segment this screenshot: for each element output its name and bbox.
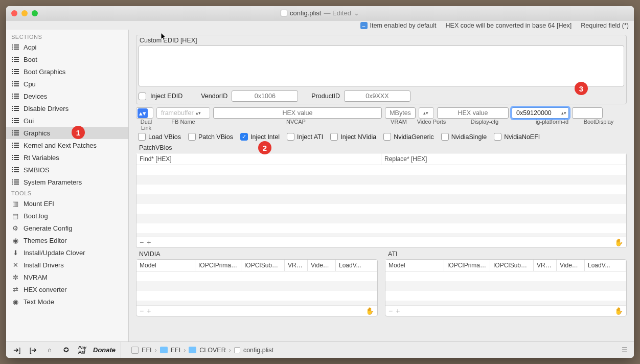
th-replace[interactable]: Replace* [HEX] xyxy=(381,153,626,165)
sidebar-item-disable-drivers[interactable]: Disable Drivers xyxy=(6,102,128,115)
remove-row-button[interactable]: − xyxy=(388,307,393,315)
remove-row-button[interactable]: − xyxy=(140,238,144,246)
import-icon[interactable]: ➜] xyxy=(11,345,22,356)
breadcrumb: EFI › EFI › CLOVER › config.plist xyxy=(121,347,273,354)
ati-label: ATI xyxy=(385,249,627,259)
home-icon[interactable]: ⌂ xyxy=(44,345,55,356)
sidebar-item-install-clover[interactable]: ⬇Install/Update Clover xyxy=(6,246,128,259)
menu-icon[interactable]: ☰ xyxy=(622,346,634,354)
sidebar-item-text-mode[interactable]: ◉Text Mode xyxy=(6,295,128,308)
add-row-button[interactable]: + xyxy=(147,307,151,315)
inject-intel-option[interactable]: ✓Inject Intel xyxy=(240,133,280,141)
productid-label: ProductID xyxy=(311,93,340,100)
bootdisplay-input[interactable] xyxy=(572,107,603,119)
sidebar-item-boot-log[interactable]: ▤Boot.log xyxy=(6,210,128,222)
fbname-combo[interactable]: framebuffer▴▾ xyxy=(156,107,210,119)
share-icon[interactable]: ✪ xyxy=(60,345,72,356)
add-row-button[interactable]: + xyxy=(396,307,400,315)
info-bar: – Item enabled by default HEX code will … xyxy=(6,20,634,30)
nvcap-input[interactable] xyxy=(213,107,382,119)
sidebar-item-smbios[interactable]: SMBIOS xyxy=(6,164,128,176)
grab-icon[interactable]: ✋ xyxy=(614,238,623,246)
hint-hex: HEX code will be converted in base 64 [H… xyxy=(446,22,572,29)
remove-row-button[interactable]: − xyxy=(140,307,144,315)
export-icon[interactable]: [➜ xyxy=(28,345,39,356)
sidebar-item-install-drivers[interactable]: ✕Install Drivers xyxy=(6,259,128,271)
file-icon xyxy=(234,347,240,353)
nvidia-generic-option[interactable]: NvidiaGeneric xyxy=(383,133,434,141)
inject-nvidia-option[interactable]: Inject NVidia xyxy=(330,133,376,141)
productid-input[interactable] xyxy=(344,90,410,102)
grab-icon[interactable]: ✋ xyxy=(365,307,374,315)
sidebar-item-hex-converter[interactable]: ⇄HEX converter xyxy=(6,283,128,295)
sidebar-item-acpi[interactable]: Acpi xyxy=(6,41,128,53)
crumb-efi[interactable]: EFI xyxy=(171,347,180,354)
sections-group-label: SECTIONS xyxy=(6,32,128,41)
chevron-down-icon[interactable]: ⌄ xyxy=(354,9,359,17)
sidebar-item-kernel-kext[interactable]: Kernel and Kext Patches xyxy=(6,139,128,151)
sidebar-item-rt-variables[interactable]: Rt Variables xyxy=(6,151,128,164)
swap-icon: ⇄ xyxy=(11,285,19,293)
patchvbios-header: Find* [HEX] Replace* [HEX] xyxy=(136,153,626,165)
sidebar-item-graphics[interactable]: Graphics 1 xyxy=(6,127,128,139)
minimize-icon[interactable] xyxy=(21,10,28,16)
th-find[interactable]: Find* [HEX] xyxy=(136,153,381,165)
dual-link-select[interactable]: ▴▾ xyxy=(136,107,153,119)
crumb-config[interactable]: config.plist xyxy=(243,347,273,354)
close-icon[interactable] xyxy=(11,10,17,16)
displaycfg-input[interactable] xyxy=(437,107,509,119)
sidebar-item-devices[interactable]: Devices xyxy=(6,90,128,102)
nvidia-table: Model IOPCIPrimarv... IOPCISubD... VRAM … xyxy=(136,259,378,316)
igplatform-combo[interactable]: 0x59120000▴▾ xyxy=(512,107,569,119)
inject-ati-option[interactable]: Inject ATI xyxy=(287,133,323,141)
list-icon xyxy=(11,153,19,162)
sidebar-item-themes-editor[interactable]: ◉Themes Editor xyxy=(6,234,128,246)
inject-edid-checkbox[interactable] xyxy=(139,93,146,100)
sidebar: SECTIONS Acpi Boot Boot Graphics Cpu Dev… xyxy=(6,30,129,342)
custom-edid-section: Custom EDID [HEX] Inject EDID VendorID P… xyxy=(136,35,627,104)
vendorid-input[interactable] xyxy=(232,90,298,102)
videoports-select[interactable]: ▴▾ xyxy=(419,107,434,119)
list-icon xyxy=(11,80,19,88)
window-title: config.plist — Edited ⌄ xyxy=(281,9,359,17)
sidebar-item-system-parameters[interactable]: System Parameters xyxy=(6,176,128,188)
vram-input[interactable] xyxy=(385,107,416,119)
vendorid-label: VendorID xyxy=(201,93,227,100)
ati-body[interactable] xyxy=(385,271,626,305)
donate-button[interactable]: Donate xyxy=(93,345,116,356)
patchvbios-body[interactable] xyxy=(136,165,626,237)
patch-vbios-option[interactable]: Patch VBios xyxy=(188,133,233,141)
drive-icon: ▥ xyxy=(11,199,19,208)
nvidia-noefi-option[interactable]: NvidiaNoEFI xyxy=(494,133,540,141)
add-row-button[interactable]: + xyxy=(147,238,151,246)
sidebar-item-boot[interactable]: Boot xyxy=(6,53,128,65)
sidebar-item-nvram[interactable]: ✼NVRAM xyxy=(6,271,128,283)
sidebar-item-cpu[interactable]: Cpu xyxy=(6,78,128,90)
titlebar[interactable]: config.plist — Edited ⌄ xyxy=(6,6,634,20)
crumb-efi-drive[interactable]: EFI xyxy=(142,347,151,354)
log-icon: ▤ xyxy=(11,212,19,220)
list-icon xyxy=(11,141,19,149)
folder-icon xyxy=(160,347,168,353)
grab-icon[interactable]: ✋ xyxy=(614,307,623,315)
enabled-indicator-icon: – xyxy=(360,22,368,29)
ati-table: Model IOPCIPrimarv... IOPCISubD... VRAM … xyxy=(385,259,627,316)
list-icon xyxy=(11,92,19,100)
custom-edid-textarea[interactable] xyxy=(139,46,624,86)
sidebar-item-mount-efi[interactable]: ▥Mount EFI xyxy=(6,197,128,210)
sidebar-item-generate-config[interactable]: ⚙Generate Config xyxy=(6,222,128,234)
crumb-clover[interactable]: CLOVER xyxy=(199,347,225,354)
inject-checkboxes: Load VBios Patch VBios ✓Inject Intel Inj… xyxy=(136,131,627,143)
tools-group-label: TOOLS xyxy=(6,188,128,197)
sidebar-item-gui[interactable]: Gui xyxy=(6,115,128,127)
load-vbios-option[interactable]: Load VBios xyxy=(138,133,181,141)
chip-icon: ✼ xyxy=(11,273,19,281)
fullscreen-icon[interactable] xyxy=(32,10,38,16)
patchvbios-label: PatchVBios xyxy=(136,143,627,153)
nvidia-body[interactable] xyxy=(136,271,377,305)
title-status: — Edited xyxy=(324,9,351,17)
nvidia-single-option[interactable]: NvidiaSingle xyxy=(441,133,487,141)
paypal-icon[interactable]: Pay Pal xyxy=(77,345,88,356)
sidebar-item-boot-graphics[interactable]: Boot Graphics xyxy=(6,65,128,78)
badge-3: 3 xyxy=(575,82,588,95)
